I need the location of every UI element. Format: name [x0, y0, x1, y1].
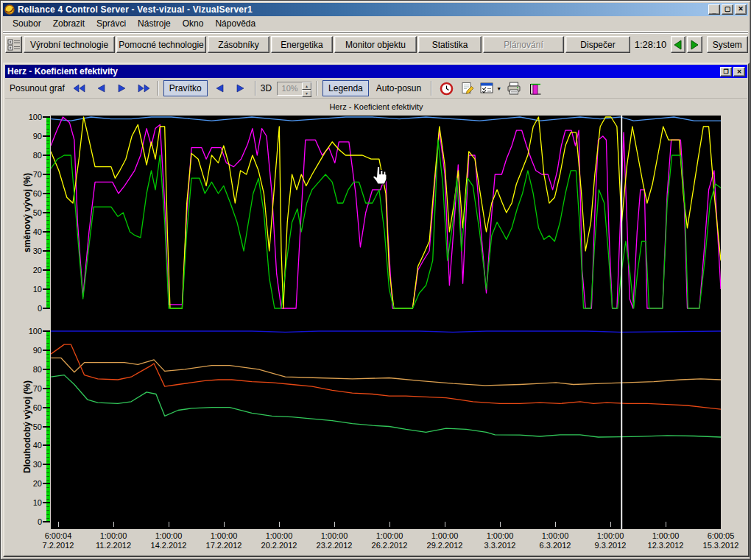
chart-options-button[interactable]: ▼ [479, 80, 502, 96]
close-window-icon[interactable]: ✕ [733, 67, 745, 77]
arrow-left-icon [673, 40, 683, 50]
nav-tab-6: Plánování [483, 36, 564, 53]
chart-toolbar: Posunout graf Pravítko 3D 10% ▲▼ Legenda… [5, 79, 747, 99]
histogram-button[interactable] [526, 80, 545, 96]
window-list-button[interactable] [5, 36, 22, 53]
nav-tab-2[interactable]: Zásobníky [208, 36, 269, 53]
menu-item-0[interactable]: Soubor [7, 17, 47, 30]
print-button[interactable] [504, 80, 523, 96]
page-next-button[interactable] [687, 36, 702, 53]
pan-left-button[interactable] [91, 80, 110, 96]
spin-down-icon[interactable]: ▼ [302, 90, 311, 97]
separator [317, 81, 318, 96]
window-title: Reliance 4 Control Server - Vest-vizual … [18, 4, 253, 15]
app-window: Reliance 4 Control Server - Vest-vizual … [0, 0, 751, 560]
pan-right-button[interactable] [113, 80, 132, 96]
system-button[interactable]: System [707, 36, 748, 53]
nav-tab-5[interactable]: Statistika [418, 36, 482, 53]
pan-first-button[interactable] [70, 80, 89, 96]
restore-icon[interactable]: ❐ [720, 67, 732, 77]
app-icon [4, 4, 15, 15]
chart-title: Herz - Koeficient efektivity [1, 102, 751, 111]
separator [158, 81, 159, 96]
print-icon [507, 82, 521, 96]
threed-label[interactable]: 3D [261, 83, 272, 93]
minimize-icon[interactable]: _ [708, 4, 720, 15]
step-right-icon [236, 84, 246, 93]
nav-tab-1[interactable]: Pomocné technologie [116, 36, 206, 53]
pan-first-icon [73, 84, 86, 93]
window-list-icon [7, 38, 21, 52]
menu-item-1[interactable]: Zobrazit [47, 17, 91, 30]
nav-tab-4[interactable]: Monitor objektu [334, 36, 417, 53]
dropdown-caret-icon[interactable]: ▼ [496, 86, 501, 91]
system-clock: 1:28:10 [632, 39, 669, 50]
zoom-spinner[interactable]: 10% ▲▼ [277, 82, 312, 96]
pan-last-button[interactable] [134, 80, 153, 96]
chart-window-title: Herz - Koeficient efektivity [7, 66, 118, 77]
arrow-right-icon [689, 40, 699, 50]
menu-item-3[interactable]: Nástroje [132, 17, 177, 30]
nav-tab-0[interactable]: Výrobní technologie [24, 36, 115, 53]
step-left-icon [214, 84, 225, 93]
nav-tab-3[interactable]: Energetika [271, 36, 333, 53]
maximize-icon[interactable]: ▢ [722, 4, 733, 15]
ruler-step-left-button[interactable] [210, 80, 229, 96]
ruler-step-right-button[interactable] [231, 80, 250, 96]
close-icon[interactable]: ✕ [735, 4, 747, 15]
ruler-toggle-button[interactable]: Pravítko [163, 80, 208, 96]
chart-window-titlebar: Herz - Koeficient efektivity ❐ ✕ [5, 65, 747, 78]
autoscroll-button[interactable]: Auto-posun [371, 80, 426, 96]
nav-tab-7[interactable]: Dispečer [565, 36, 630, 53]
pan-right-icon [117, 84, 127, 93]
export-icon [461, 82, 475, 96]
nav-toolbar: Výrobní technologiePomocné technologieZá… [3, 32, 748, 56]
menu-item-5[interactable]: Nápověda [209, 17, 261, 30]
menu-item-2[interactable]: Správci [91, 17, 132, 30]
spin-up-icon[interactable]: ▲ [302, 82, 311, 90]
main-titlebar: Reliance 4 Control Server - Vest-vizual … [3, 3, 748, 16]
time-range-button[interactable] [437, 80, 456, 96]
menu-item-4[interactable]: Okno [177, 17, 210, 30]
histogram-icon [529, 82, 542, 96]
pan-left-icon [96, 84, 106, 93]
separator [431, 81, 432, 96]
clock-icon [440, 82, 454, 96]
legend-toggle-button[interactable]: Legenda [322, 80, 369, 96]
page-prev-button[interactable] [671, 36, 685, 53]
pan-graph-label: Posunout graf [10, 83, 65, 93]
export-button[interactable] [458, 80, 477, 96]
chart-options-icon [480, 82, 494, 95]
zoom-value: 10% [278, 84, 302, 93]
menubar: SouborZobrazitSprávciNástrojeOknoNápověd… [3, 16, 748, 32]
pan-last-icon [137, 84, 150, 93]
separator [255, 81, 256, 96]
